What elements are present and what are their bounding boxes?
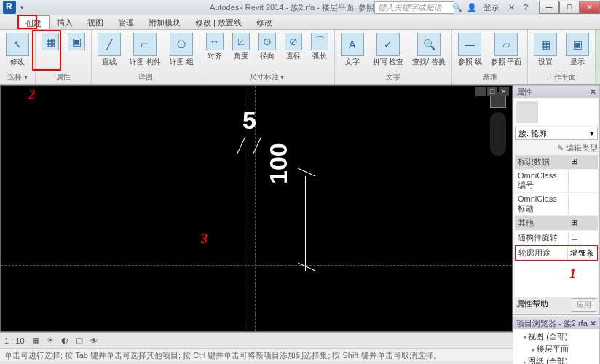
ribbon-group-properties: ▦ ▣ 属性 [36, 30, 92, 84]
right-panel-stack: 属性✕ 族: 轮廓▾ ✎ 编辑类型 标识数据⊞ OmniClass 编号 Omn… [513, 85, 600, 332]
hide-icon[interactable]: 👁 [90, 336, 98, 345]
diameter-dim-button[interactable]: ⊘直径 [281, 31, 306, 63]
signin-icon[interactable]: 👤 [465, 1, 479, 14]
line-icon: ╱ [98, 33, 121, 56]
title-bar: ▾ Autodesk Revit 2014 - 族2.rfa - 楼层平面: 参… [0, 0, 600, 15]
find-replace-button[interactable]: 🔍查找/ 替换 [408, 31, 449, 68]
panel-close-icon[interactable]: ✕ [590, 87, 596, 97]
tree-views[interactable]: 视图 (全部) [515, 331, 598, 343]
annotation-3: 3 [201, 232, 208, 247]
find-icon: 🔍 [417, 33, 441, 56]
tab-modify[interactable]: 修改 [249, 15, 280, 29]
login-link[interactable]: 登录 [479, 2, 504, 13]
dimension-value-5[interactable]: 5 [242, 106, 256, 135]
edit-type-button[interactable]: ✎ 编辑类型 [557, 143, 598, 154]
prop-omniclass-title[interactable]: OmniClass 标题 [515, 193, 598, 216]
radial-icon: ⊙ [258, 33, 276, 50]
cursor-icon: ↖ [6, 33, 29, 56]
properties-help-link[interactable]: 属性帮助 [516, 298, 548, 312]
detail-level-icon[interactable]: ▦ [32, 336, 39, 345]
annotation-2: 2 [28, 87, 35, 103]
show-icon: ▣ [566, 33, 589, 56]
section-identity[interactable]: 标识数据⊞ [515, 155, 598, 170]
ref-plane-button[interactable]: ▱参照 平面 [487, 31, 526, 68]
ribbon-group-text: A文字 ✓拼写 检查 🔍查找/ 替换 文字 [335, 30, 452, 84]
doc-close-button[interactable]: ✕ [499, 87, 509, 96]
group-icon: ⎔ [170, 33, 193, 56]
arc-dim-button[interactable]: ⌒弧长 [307, 31, 332, 63]
window-title: Autodesk Revit 2014 - 族2.rfa - 楼层平面: 参照标… [210, 2, 390, 13]
ribbon-group-select: ↖修改 选择 ▾ [0, 30, 36, 84]
line-button[interactable]: ╱直线 [94, 31, 125, 68]
prop-rotate-with-component[interactable]: 随构件旋转☐ [515, 231, 598, 245]
doc-minimize-button[interactable]: — [475, 87, 486, 96]
check-icon: ✓ [376, 33, 400, 56]
type-preview [515, 99, 598, 125]
tab-create[interactable]: 创建 [17, 15, 50, 29]
project-browser-tree[interactable]: 视图 (全部) 楼层平面 图纸 (全部) 族 组 Revit 链接 [513, 329, 599, 364]
properties-panel: 属性✕ 族: 轮廓▾ ✎ 编辑类型 标识数据⊞ OmniClass 编号 Omn… [513, 85, 600, 315]
dim-tick [298, 263, 315, 272]
dim-line-v [305, 176, 306, 271]
app-icon[interactable] [3, 1, 16, 14]
modify-button[interactable]: ↖修改 [2, 31, 33, 68]
help-search-input[interactable]: 键入关键字或短语 [374, 1, 454, 14]
angular-dim-button[interactable]: ⟀角度 [229, 31, 253, 63]
ribbon-group-detail: ╱直线 ▭详图 构件 ⎔详图 组 详图 [92, 30, 200, 84]
exchange-icon[interactable]: ✕ [504, 1, 518, 14]
sun-path-icon[interactable]: ◐ [61, 336, 68, 345]
search-icon[interactable]: 🔍 [450, 1, 465, 14]
annotation-1: 1 [569, 266, 576, 282]
tab-insert[interactable]: 插入 [50, 15, 80, 29]
set-workplane-button[interactable]: ▦设置 [530, 31, 561, 68]
angle-icon: ⟀ [232, 33, 250, 50]
spellcheck-button[interactable]: ✓拼写 检查 [369, 31, 408, 68]
tab-modify-place[interactable]: 修改 | 放置线 [188, 15, 249, 29]
drawing-canvas[interactable]: — ☐ ✕ 5 100 2 3 [0, 85, 513, 332]
component-icon: ▭ [133, 33, 157, 56]
apply-button[interactable]: 应用 [572, 298, 596, 312]
show-workplane-button[interactable]: ▣显示 [562, 31, 593, 68]
diameter-icon: ⊘ [285, 33, 302, 50]
status-bar: 单击可进行选择; 按 Tab 键并单击可选择其他项目; 按 Ctrl 键并单击可… [0, 348, 600, 361]
type-selector[interactable]: 族: 轮廓▾ [515, 127, 598, 140]
family-types-button[interactable]: ▣ [64, 31, 89, 52]
close-button[interactable]: ✕ [580, 1, 600, 14]
aligned-icon: ↔ [206, 33, 224, 50]
dim-tick [298, 168, 315, 177]
help-icon[interactable]: ? [518, 1, 533, 14]
ref-line-button[interactable]: —参照 线 [454, 31, 486, 68]
ribbon: ↖修改 选择 ▾ ▦ ▣ 属性 ╱直线 ▭详图 构件 ⎔详图 组 详图 ↔对齐 … [0, 30, 600, 85]
tab-addins[interactable]: 附加模块 [141, 15, 188, 29]
tab-view[interactable]: 视图 [80, 15, 111, 29]
properties-button[interactable]: ▦ [38, 31, 63, 52]
doc-restore-button[interactable]: ☐ [487, 87, 497, 96]
scale-control[interactable]: 1 : 10 [4, 336, 25, 345]
minimize-button[interactable]: — [539, 1, 559, 14]
refplane-icon: ▱ [494, 33, 518, 56]
ribbon-tabs: 创建 插入 视图 管理 附加模块 修改 | 放置线 修改 [0, 15, 600, 30]
detail-component-button[interactable]: ▭详图 构件 [126, 31, 165, 68]
crop-icon[interactable]: ▢ [76, 336, 83, 345]
radial-dim-button[interactable]: ⊙径向 [255, 31, 280, 63]
qat-dropdown-icon[interactable]: ▾ [17, 4, 27, 11]
text-button[interactable]: A文字 [337, 31, 368, 68]
project-browser-panel: 项目浏览器 - 族2.rfa✕ 视图 (全部) 楼层平面 图纸 (全部) 族 组… [513, 317, 600, 364]
browser-title: 项目浏览器 - 族2.rfa [516, 318, 588, 329]
prop-profile-usage[interactable]: 轮廓用途墙饰条 [515, 245, 598, 261]
section-other[interactable]: 其他⊞ [515, 216, 598, 231]
panel-close-icon[interactable]: ✕ [590, 319, 596, 328]
dimension-value-100[interactable]: 100 [264, 143, 293, 184]
navigation-bar[interactable] [490, 112, 506, 156]
properties-icon: ▦ [42, 33, 59, 50]
maximize-button[interactable]: ☐ [559, 1, 580, 14]
prop-omniclass-number[interactable]: OmniClass 编号 [515, 170, 598, 193]
tab-manage[interactable]: 管理 [111, 15, 141, 29]
aligned-dim-button[interactable]: ↔对齐 [202, 31, 227, 63]
detail-group-button[interactable]: ⎔详图 组 [166, 31, 197, 68]
ribbon-group-dimension: ↔对齐 ⟀角度 ⊙径向 ⊘直径 ⌒弧长 尺寸标注 ▾ [200, 30, 335, 84]
tree-sheets[interactable]: 图纸 (全部) [515, 355, 598, 364]
view-control-bar: 1 : 10 ▦ ☀ ◐ ▢ 👁 [0, 332, 600, 348]
visual-style-icon[interactable]: ☀ [47, 336, 54, 345]
tree-floor-plans[interactable]: 楼层平面 [515, 343, 598, 355]
